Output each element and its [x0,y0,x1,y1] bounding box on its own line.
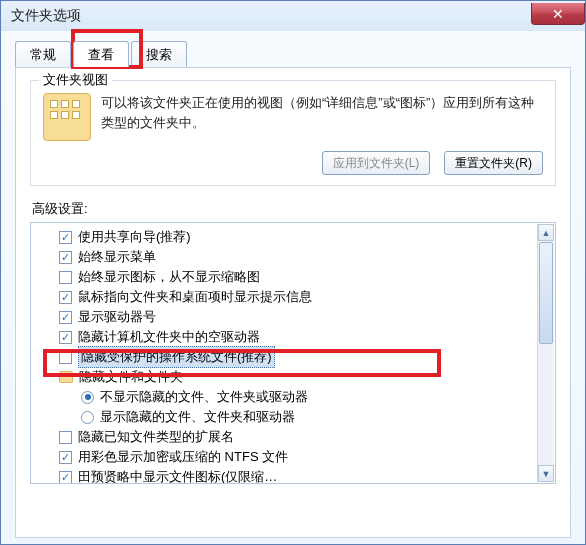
tree-item-label: 显示驱动器号 [78,307,156,327]
folder-icon [59,371,73,383]
tree-item-label: 使用共享向导(推荐) [78,227,191,247]
tab-view[interactable]: 查看 [73,41,129,67]
tab-general[interactable]: 常规 [15,41,71,67]
checkbox-icon[interactable] [59,251,72,264]
tree-item-5[interactable]: 隐藏计算机文件夹中的空驱动器 [37,327,555,347]
scroll-down-button[interactable]: ▼ [538,465,554,482]
checkbox-icon[interactable] [59,231,72,244]
window-title: 文件夹选项 [11,7,81,25]
tree-item-9[interactable]: 显示隐藏的文件、文件夹和驱动器 [37,407,555,427]
tree-item-1[interactable]: 始终显示菜单 [37,247,555,267]
tree-item-label: 隐藏已知文件类型的扩展名 [78,427,234,447]
tree-item-label: 鼠标指向文件夹和桌面项时显示提示信息 [78,287,312,307]
tree-item-2[interactable]: 始终显示图标，从不显示缩略图 [37,267,555,287]
checkbox-icon[interactable] [59,351,72,364]
radio-icon[interactable] [81,411,94,424]
folder-view-description: 可以将该文件夹正在使用的视图（例如“详细信息”或“图标”）应用到所有这种类型的文… [101,93,543,141]
folder-view-icon [43,93,91,141]
folder-view-legend: 文件夹视图 [39,71,112,89]
close-icon: ✕ [552,6,564,22]
tree-item-label: 用彩色显示加密或压缩的 NTFS 文件 [78,447,288,467]
tree-item-0[interactable]: 使用共享向导(推荐) [37,227,555,247]
checkbox-icon[interactable] [59,271,72,284]
titlebar: 文件夹选项 ✕ [1,1,585,31]
scrollbar[interactable]: ▲ ▼ [537,224,554,482]
tree-item-label: 田预贤略中显示文件图标(仅限缩… [78,467,277,484]
tree-item-6[interactable]: 隐藏受保护的操作系统文件(推荐) [37,347,555,367]
close-button[interactable]: ✕ [531,3,585,25]
checkbox-icon[interactable] [59,291,72,304]
checkbox-icon[interactable] [59,331,72,344]
tree-item-label: 始终显示菜单 [78,247,156,267]
tree-item-3[interactable]: 鼠标指向文件夹和桌面项时显示提示信息 [37,287,555,307]
tree-item-label: 始终显示图标，从不显示缩略图 [78,267,260,287]
tab-search[interactable]: 搜索 [131,41,187,67]
advanced-settings-label: 高级设置: [32,200,556,218]
apply-to-folders-button[interactable]: 应用到文件夹(L) [322,151,431,175]
tree-item-11[interactable]: 用彩色显示加密或压缩的 NTFS 文件 [37,447,555,467]
tree-item-7[interactable]: 隐藏文件和文件夹 [37,367,555,387]
folder-options-window: 文件夹选项 ✕ 常规 查看 搜索 文件夹视图 可以将该文件夹正在使用的视图（例如… [0,0,586,545]
folder-view-group: 文件夹视图 可以将该文件夹正在使用的视图（例如“详细信息”或“图标”）应用到所有… [30,80,556,186]
checkbox-icon[interactable] [59,311,72,324]
tree-item-label: 不显示隐藏的文件、文件夹或驱动器 [100,387,308,407]
scroll-thumb[interactable] [539,242,553,344]
checkbox-icon[interactable] [59,471,72,484]
reset-folders-button[interactable]: 重置文件夹(R) [444,151,543,175]
tab-panel-view: 文件夹视图 可以将该文件夹正在使用的视图（例如“详细信息”或“图标”）应用到所有… [15,67,571,538]
tree-item-10[interactable]: 隐藏已知文件类型的扩展名 [37,427,555,447]
checkbox-icon[interactable] [59,431,72,444]
tree-item-12[interactable]: 田预贤略中显示文件图标(仅限缩… [37,467,555,484]
tree-item-8[interactable]: 不显示隐藏的文件、文件夹或驱动器 [37,387,555,407]
tree-item-label: 隐藏计算机文件夹中的空驱动器 [78,327,260,347]
tabstrip: 常规 查看 搜索 [15,37,585,67]
tree-item-label: 隐藏文件和文件夹 [79,367,183,387]
tree-item-label: 隐藏受保护的操作系统文件(推荐) [78,346,275,368]
checkbox-icon[interactable] [59,451,72,464]
scroll-up-button[interactable]: ▲ [538,224,554,241]
advanced-settings-tree[interactable]: 使用共享向导(推荐)始终显示菜单始终显示图标，从不显示缩略图鼠标指向文件夹和桌面… [30,222,556,484]
tree-item-4[interactable]: 显示驱动器号 [37,307,555,327]
scroll-track[interactable] [538,242,554,464]
tree-item-label: 显示隐藏的文件、文件夹和驱动器 [100,407,295,427]
radio-icon[interactable] [81,391,94,404]
